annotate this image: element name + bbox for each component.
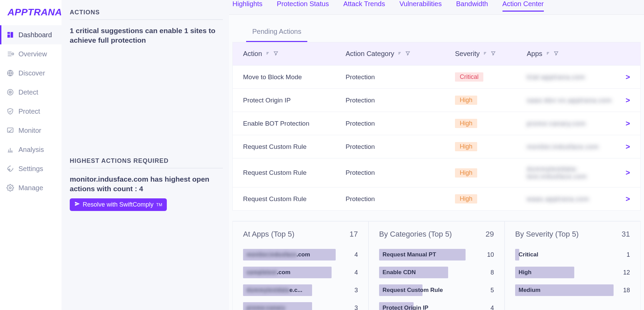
table-row[interactable]: Protect Origin IPProtectionHighsaas-dev-…: [233, 88, 640, 112]
cell-severity: High: [455, 119, 527, 128]
paper-plane-icon: [75, 201, 80, 208]
svg-rect-0: [8, 32, 10, 34]
chevron-right-icon[interactable]: >: [616, 142, 630, 151]
bar-label: Request Manual PT: [383, 251, 436, 258]
action-center-subtabs: Pending Actions: [229, 24, 644, 42]
cell-category: Protection: [346, 169, 455, 177]
tab-attack-trends[interactable]: Attack Trends: [343, 0, 385, 12]
card-at-apps: At Apps (Top 5) 17 monitor.indusface.com…: [232, 221, 368, 310]
bar-label: Medium: [519, 287, 540, 294]
nav-item-detect[interactable]: Detect: [0, 83, 62, 102]
nav-item-dashboard[interactable]: Dashboard: [0, 25, 62, 44]
tab-vulnerabilities[interactable]: Vulnerabilities: [399, 0, 442, 12]
summary-cards: At Apps (Top 5) 17 monitor.indusface.com…: [232, 221, 641, 310]
bar-value: 4: [348, 251, 358, 258]
cell-apps: monitor.indusface.com: [527, 143, 616, 151]
nav-label: Overview: [18, 50, 47, 58]
svg-rect-11: [8, 128, 13, 132]
tab-protection-status[interactable]: Protection Status: [277, 0, 329, 12]
bar-row: monitor.indusface.com4: [243, 249, 358, 260]
sort-icon[interactable]: [266, 50, 271, 58]
bar-value: 8: [484, 269, 494, 276]
bar-label: Request Custom Rule: [383, 287, 443, 294]
cell-category: Protection: [346, 73, 455, 81]
analysis-icon: [6, 145, 14, 154]
cell-action: Request Custom Rule: [243, 143, 346, 151]
nav-label: Manage: [18, 184, 43, 192]
svg-point-6: [12, 53, 14, 55]
bar-value: 5: [484, 287, 494, 294]
chevron-right-icon[interactable]: >: [616, 195, 630, 203]
filter-icon[interactable]: [273, 50, 279, 58]
bar-row: Protect Origin IP4: [379, 302, 494, 310]
severity-badge: High: [455, 168, 477, 178]
card-by-severity-title: By Severity (Top 5): [515, 230, 579, 239]
filter-icon[interactable]: [553, 50, 559, 58]
nav-item-monitor[interactable]: Monitor: [0, 121, 62, 140]
bar-track: dummytestdatae.c...: [243, 284, 341, 296]
bar-row: Medium18: [515, 284, 630, 296]
cell-category: Protection: [346, 143, 455, 151]
cell-apps: dummytestdata-test.indusface.com: [527, 165, 616, 180]
bar-row: dummytestdatae.c...3: [243, 284, 358, 296]
sort-icon[interactable]: [483, 50, 488, 58]
nav-item-analysis[interactable]: Analysis: [0, 140, 62, 159]
bar-track: Request Manual PT: [379, 249, 478, 260]
svg-rect-2: [11, 32, 13, 38]
chevron-right-icon[interactable]: >: [616, 119, 630, 128]
tab-pending-actions[interactable]: Pending Actions: [246, 24, 307, 42]
discover-icon: [6, 69, 14, 77]
svg-point-17: [9, 169, 10, 170]
bar-value: 10: [484, 251, 494, 258]
bar-label: Enable CDN: [383, 269, 416, 276]
logo: APPTRANA: [0, 3, 62, 24]
nav-item-settings[interactable]: Settings: [0, 159, 62, 178]
nav-item-overview[interactable]: Overview: [0, 44, 62, 64]
bar-row: Critical1: [515, 249, 630, 260]
settings-icon: [6, 165, 14, 173]
chevron-right-icon[interactable]: >: [616, 168, 630, 177]
table-row[interactable]: Move to Block ModeProtectionCriticaltria…: [233, 65, 640, 88]
main-content: HighlightsProtection StatusAttack Trends…: [229, 0, 644, 310]
bar-track: High: [515, 267, 614, 278]
sort-icon[interactable]: [546, 50, 551, 58]
table-row[interactable]: Request Custom RuleProtectionHighwaas.ap…: [233, 187, 640, 210]
nav-item-discover[interactable]: Discover: [0, 64, 62, 83]
bar-track: Enable CDN: [379, 267, 478, 278]
detect-icon: [6, 88, 14, 96]
bar-value: 18: [620, 287, 630, 294]
th-severity[interactable]: Severity: [455, 50, 527, 58]
tab-bandwidth[interactable]: Bandwidth: [456, 0, 488, 12]
table-row[interactable]: Enable BOT ProtectionProtectionHighpromo…: [233, 112, 640, 135]
th-category[interactable]: Action Category: [346, 50, 455, 58]
th-category-label: Action Category: [346, 50, 394, 58]
cell-category: Protection: [346, 97, 455, 104]
bar-row: Request Manual PT10: [379, 249, 494, 260]
nav-item-manage[interactable]: Manage: [0, 178, 62, 197]
nav-item-protect[interactable]: Protect: [0, 102, 62, 121]
nav-label: Analysis: [18, 146, 44, 154]
dashboard-icon: [6, 31, 14, 39]
sidebar: APPTRANA DashboardOverviewDiscoverDetect…: [0, 0, 62, 310]
filter-icon[interactable]: [405, 50, 411, 58]
chevron-right-icon[interactable]: >: [616, 96, 630, 105]
filter-icon[interactable]: [491, 50, 496, 58]
sort-icon[interactable]: [398, 50, 403, 58]
bar-label: Critical: [519, 251, 538, 258]
cell-severity: High: [455, 194, 527, 203]
bar-row: High12: [515, 267, 630, 278]
bar-track: sampletest.com: [243, 267, 341, 278]
severity-badge: High: [455, 96, 477, 105]
th-action[interactable]: Action: [243, 50, 346, 58]
th-apps[interactable]: Apps: [527, 50, 616, 58]
cell-severity: High: [455, 142, 527, 151]
table-row[interactable]: Request Custom RuleProtectionHighmonitor…: [233, 135, 640, 158]
resolve-swiftcomply-button[interactable]: Resolve with SwiftComplyTM: [70, 198, 167, 211]
tab-action-center[interactable]: Action Center: [502, 0, 544, 12]
bar-value: 4: [348, 269, 358, 276]
table-row[interactable]: Request Custom RuleProtectionHighdummyte…: [233, 158, 640, 187]
bar-label: Protect Origin IP: [383, 305, 428, 310]
manage-icon: [6, 184, 14, 192]
tab-highlights[interactable]: Highlights: [232, 0, 263, 12]
chevron-right-icon[interactable]: >: [616, 73, 630, 82]
